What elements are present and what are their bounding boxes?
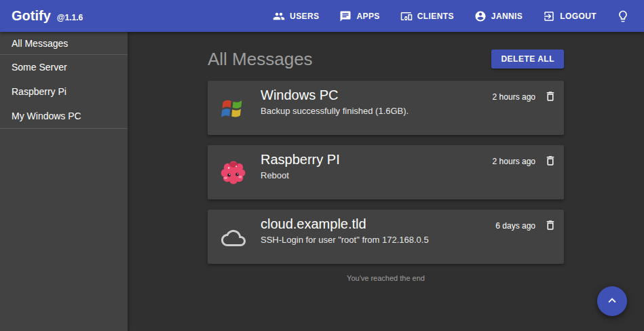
sidebar-item-label: My Windows PC xyxy=(12,111,81,121)
devices-icon xyxy=(400,10,413,22)
main-content: All Messages DELETE ALL Windows PC Backu… xyxy=(128,32,644,331)
nav-logout-label: LOGOUT xyxy=(560,12,596,21)
message-title: Raspberry PI xyxy=(261,151,340,168)
message-timestamp: 2 hours ago xyxy=(493,92,535,102)
message-timestamp: 6 days ago xyxy=(495,221,535,231)
sidebar-item-label: Some Server xyxy=(12,62,67,73)
cloud-icon xyxy=(219,222,248,252)
nav-apps[interactable]: APPS xyxy=(339,10,379,22)
nav-users[interactable]: USERS xyxy=(273,10,319,22)
chat-icon xyxy=(339,10,352,22)
sidebar-item-some-server[interactable]: Some Server xyxy=(0,55,128,79)
sidebar: All Messages Some Server Raspberry Pi My… xyxy=(0,32,128,331)
message-meta: 2 hours ago xyxy=(493,90,557,104)
sidebar-item-my-windows-pc[interactable]: My Windows PC xyxy=(0,104,128,128)
app-version: @1.1.6 xyxy=(57,13,83,22)
sidebar-item-label: Raspberry Pi xyxy=(12,86,67,97)
message-timestamp: 2 hours ago xyxy=(493,157,535,166)
sidebar-item-raspberry-pi[interactable]: Raspberry Pi xyxy=(0,79,128,104)
message-text-block: cloud.example.tld SSH-Login for user "ro… xyxy=(261,216,429,246)
trash-icon xyxy=(544,90,556,104)
raspberry-icon xyxy=(219,157,248,187)
message-card-windows-pc: Windows PC Backup successfully finished … xyxy=(208,81,564,135)
page-title: All Messages xyxy=(208,49,313,70)
windows-logo-icon xyxy=(219,93,248,123)
account-circle-icon xyxy=(474,10,487,22)
nav-users-label: USERS xyxy=(290,12,319,21)
message-text-block: Raspberry PI Reboot xyxy=(261,151,340,182)
chevron-up-icon xyxy=(605,293,620,310)
sidebar-item-all-messages[interactable]: All Messages xyxy=(0,32,128,54)
message-meta: 2 hours ago xyxy=(493,155,557,168)
top-nav: USERS APPS CLIENTS JANNIS LOGOUT xyxy=(252,7,632,25)
nav-apps-label: APPS xyxy=(356,12,379,21)
delete-message-button[interactable] xyxy=(544,219,557,233)
message-title: Windows PC xyxy=(261,87,409,104)
end-of-list-text: You've reached the end xyxy=(208,274,564,282)
top-app-bar: Gotify @1.1.6 USERS APPS CLIENTS JANNIS … xyxy=(0,0,644,32)
message-title: cloud.example.tld xyxy=(261,216,429,233)
brand: Gotify @1.1.6 xyxy=(12,8,83,24)
sidebar-divider xyxy=(0,128,128,129)
trash-icon xyxy=(544,219,556,233)
nav-logout[interactable]: LOGOUT xyxy=(543,10,596,22)
message-body: Reboot xyxy=(261,170,340,182)
nav-clients[interactable]: CLIENTS xyxy=(400,10,454,22)
sidebar-item-label: All Messages xyxy=(12,38,68,49)
nav-user-account[interactable]: JANNIS xyxy=(474,10,523,22)
delete-message-button[interactable] xyxy=(544,90,557,104)
message-body: Backup successfully finished (1.6GB). xyxy=(261,105,409,117)
lightbulb-icon xyxy=(616,9,630,23)
logout-icon xyxy=(543,10,555,22)
scroll-to-top-button[interactable] xyxy=(597,286,627,316)
message-meta: 6 days ago xyxy=(495,219,557,233)
app-title: Gotify xyxy=(12,8,51,24)
message-body: SSH-Login for user "root" from 172.168.0… xyxy=(261,234,429,246)
main-header: All Messages DELETE ALL xyxy=(208,48,564,70)
trash-icon xyxy=(544,155,556,169)
delete-all-button[interactable]: DELETE ALL xyxy=(491,50,564,69)
nav-user-label: JANNIS xyxy=(491,12,523,21)
message-text-block: Windows PC Backup successfully finished … xyxy=(261,87,409,117)
users-icon xyxy=(273,10,285,22)
nav-clients-label: CLIENTS xyxy=(417,12,454,21)
message-card-raspberry-pi: Raspberry PI Reboot 2 hours ago xyxy=(208,145,564,199)
theme-toggle-button[interactable] xyxy=(614,7,632,25)
delete-message-button[interactable] xyxy=(544,155,557,168)
message-card-cloud: cloud.example.tld SSH-Login for user "ro… xyxy=(208,210,564,264)
